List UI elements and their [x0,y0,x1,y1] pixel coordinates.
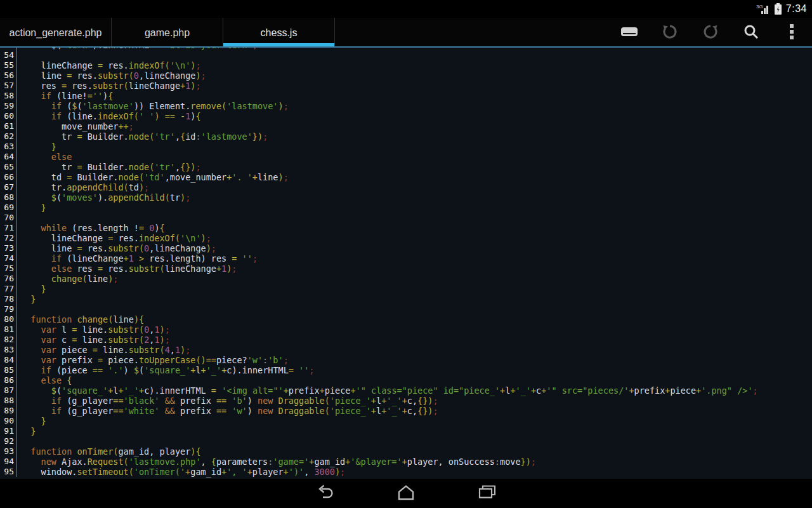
redo-button[interactable] [690,18,731,48]
android-screen: 3G 7:34 action_generate.phpgame.phpchess… [0,0,812,508]
code-text: var c = line.substr(2,1); [17,335,170,345]
undo-button[interactable] [650,18,690,48]
code-text: while (res.length != 0){ [17,223,165,233]
code-line-77[interactable]: 77 } [0,284,812,294]
code-text: res = res.substr(lineChange+1); [17,81,201,91]
overflow-menu-icon [789,23,794,43]
code-line-66[interactable]: 66 td = Builder.node('td',move_number+'.… [0,172,812,182]
code-line-78[interactable]: 78 } [0,294,812,304]
line-number: 55 [0,60,17,70]
code-line-73[interactable]: 73 line = res.substr(0,lineChange); [0,243,812,253]
back-icon [315,484,334,503]
code-editor[interactable]: 53 $('turn').innerHTML = 'It is your tur… [0,48,812,479]
code-line-83[interactable]: 83 var piece = line.substr(4,1); [0,345,812,355]
code-line-62[interactable]: 62 tr = Builder.node('tr',{id:'lastmove'… [0,131,812,142]
code-line-84[interactable]: 84 var prefix = piece.toUpperCase()==pie… [0,355,812,365]
code-line-69[interactable]: 69 } [0,203,812,213]
code-line-57[interactable]: 57 res = res.substr(lineChange+1); [0,81,812,91]
code-text [17,50,20,60]
code-line-55[interactable]: 55 lineChange = res.indexOf('\n'); [0,60,812,70]
action-bar: action_generate.phpgame.phpchess.js [0,18,812,48]
home-button[interactable] [386,479,426,508]
code-text: tr = Builder.node('tr',{id:'lastmove'}); [17,131,268,142]
code-line-93[interactable]: 93 function onTimer(gam_id, player){ [0,446,812,457]
code-text: var l = line.substr(0,1); [17,324,170,335]
line-number: 83 [0,345,17,355]
code-line-94[interactable]: 94 new Ajax.Request('lastmove.php', {par… [0,457,812,467]
code-text: } [17,294,36,304]
code-text [17,436,20,446]
code-line-76[interactable]: 76 change(line); [0,274,812,284]
line-number: 75 [0,264,17,274]
code-line-72[interactable]: 72 lineChange = res.indexOf('\n'); [0,233,812,243]
code-text: } [17,416,46,426]
line-number: 88 [0,396,17,406]
code-line-61[interactable]: 61 move_number++; [0,121,812,131]
code-text: if (line.indexOf(' ') == -1){ [17,111,201,121]
code-text: line = res.substr(0,lineChange); [17,70,206,81]
line-number: 70 [0,213,17,223]
line-number: 72 [0,233,17,243]
code-line-81[interactable]: 81 var l = line.substr(0,1); [0,324,812,335]
code-line-58[interactable]: 58 if (line!=''){ [0,91,812,101]
code-line-63[interactable]: 63 } [0,142,812,152]
code-line-60[interactable]: 60 if (line.indexOf(' ') == -1){ [0,111,812,121]
line-number: 86 [0,375,17,385]
save-icon [620,25,639,41]
code-line-75[interactable]: 75 else res = res.substr(lineChange+1); [0,264,812,274]
tab-label: game.php [145,27,190,39]
line-number: 64 [0,152,17,162]
line-number: 82 [0,335,17,345]
code-text: lineChange = res.indexOf('\n'); [17,60,201,70]
code-line-87[interactable]: 87 $('square_'+l+'_'+c).innerHTML = '<im… [0,385,812,396]
code-line-88[interactable]: 88 if (g_player=='black' && prefix == 'b… [0,396,812,406]
code-line-70[interactable]: 70 [0,213,812,223]
code-line-56[interactable]: 56 line = res.substr(0,lineChange); [0,70,812,81]
code-text: new Ajax.Request('lastmove.php', {parame… [17,457,536,467]
code-line-74[interactable]: 74 if (lineChange+1 > res.length) res = … [0,253,812,264]
code-line-90[interactable]: 90 } [0,416,812,426]
code-line-64[interactable]: 64 else [0,152,812,162]
tab-chess.js[interactable]: chess.js [223,18,335,48]
svg-text:3G: 3G [756,4,763,10]
save-button[interactable] [609,18,650,48]
line-number: 61 [0,121,17,131]
code-line-95[interactable]: 95 window.setTimeout('onTimer('+gam_id+'… [0,467,812,477]
code-line-67[interactable]: 67 tr.appendChild(td); [0,182,812,192]
toolbar-actions [609,18,812,48]
code-line-82[interactable]: 82 var c = line.substr(2,1); [0,335,812,345]
code-line-65[interactable]: 65 tr = Builder.node('tr',{}); [0,162,812,172]
line-number: 91 [0,426,17,436]
code-line-89[interactable]: 89 if (g_player=='white' && prefix == 'w… [0,406,812,416]
recents-icon [478,484,497,503]
code-text: if (g_player=='black' && prefix == 'b') … [17,396,438,406]
code-text: } [17,142,56,152]
code-line-79[interactable]: 79 [0,304,812,314]
clock: 7:34 [786,3,807,15]
code-text: move_number++; [17,121,134,131]
overflow-menu-button[interactable] [771,18,812,48]
code-line-92[interactable]: 92 [0,436,812,446]
code-text: td = Builder.node('td',move_number+'. '+… [17,172,289,182]
search-button[interactable] [731,18,771,48]
status-bar: 3G 7:34 [0,0,812,18]
code-line-80[interactable]: 80 function change(line){ [0,314,812,324]
code-line-86[interactable]: 86 else { [0,375,812,385]
recents-button[interactable] [467,479,508,508]
code-line-71[interactable]: 71 while (res.length != 0){ [0,223,812,233]
back-button[interactable] [304,479,345,508]
line-number: 77 [0,284,17,294]
tab-game.php[interactable]: game.php [112,18,223,48]
code-line-59[interactable]: 59 if ($('lastmove')) Element.remove('la… [0,101,812,111]
tab-action_generate.php[interactable]: action_generate.php [0,18,112,48]
code-text: } [17,203,46,213]
code-line-54[interactable]: 54 [0,50,812,60]
line-number: 94 [0,457,17,467]
code-line-85[interactable]: 85 if (piece == '.') $('square_'+l+'_'+c… [0,365,812,375]
tab-label: chess.js [261,27,298,39]
code-line-68[interactable]: 68 $('moves').appendChild(tr); [0,192,812,203]
battery-charging-icon [774,3,782,15]
code-line-91[interactable]: 91 } [0,426,812,436]
line-number: 74 [0,253,17,264]
line-number: 73 [0,243,17,253]
